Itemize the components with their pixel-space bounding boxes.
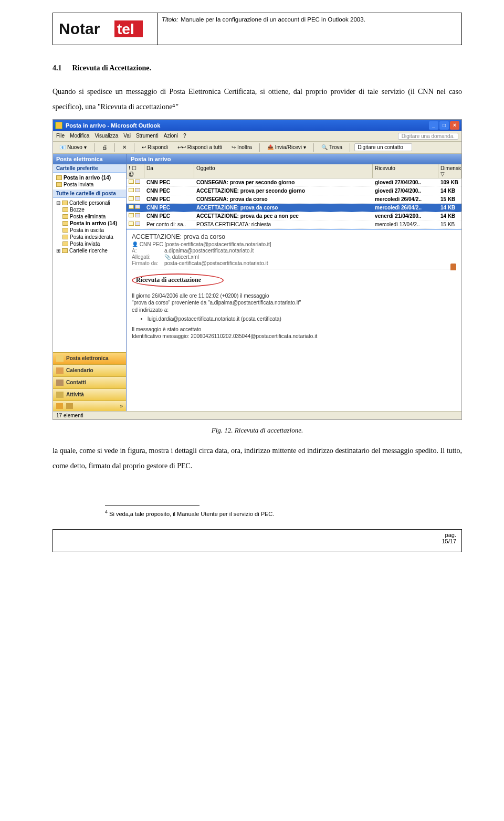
mail-icon (56, 355, 64, 362)
title-label: Titolo: (162, 16, 178, 23)
nav-btn-contacts[interactable]: Contatti (53, 376, 126, 388)
minimize-button[interactable]: _ (429, 121, 438, 130)
notartel-logo: Notar tel (58, 18, 152, 39)
section-number: 4.1 (52, 64, 62, 72)
rp-body1: Il giorno 26/04/2006 alle ore 11:02:02 (… (132, 292, 456, 300)
close-button[interactable]: × (450, 121, 459, 130)
nav-btn-tasks[interactable]: Attività (53, 388, 126, 401)
rp-signed: Firmato da:posta-certificata@postacertif… (132, 260, 456, 266)
menu-help[interactable]: ? (183, 133, 186, 140)
nav-expand-icon[interactable]: » (120, 403, 123, 409)
page-number: 15/17 (442, 538, 456, 544)
rp-attach: Allegati:📎 daticert.xml (132, 254, 456, 260)
rp-from: 👤 CNN PEC [posta-certificata@postacertif… (132, 241, 456, 247)
menu-go[interactable]: Vai (123, 133, 131, 140)
favorites-header: Cartelle preferite (53, 164, 126, 173)
folder-icon (62, 235, 68, 239)
figure-caption: Fig. 12. Ricevuta di accettazione. (52, 426, 462, 435)
toolbar: 📧 Nuovo ▾ 🖨 ✕ ↩ Rispondi ↩↩ Rispondi a t… (53, 142, 461, 154)
nav-iconrow: » (53, 401, 126, 411)
new-button[interactable]: 📧 Nuovo ▾ (56, 143, 90, 151)
col-from[interactable]: Da (144, 164, 194, 178)
rp-body2: "prova da corso" proveniente da "a.dipal… (132, 299, 456, 307)
reply-all-button[interactable]: ↩↩ Rispondi a tutti (174, 143, 225, 151)
folder-icon (62, 201, 68, 205)
nav-fav-sent[interactable]: Posta inviata (54, 181, 125, 188)
folder-header: Posta in arrivo (127, 154, 461, 164)
rp-to: A:a.dipalma@postacertificata.notariato.i… (132, 248, 456, 254)
nav-btn-mail[interactable]: Posta elettronica (53, 352, 126, 364)
nav-drafts[interactable]: Bozze (54, 206, 125, 213)
nav-search[interactable]: ⊞ Cartelle ricerche (54, 247, 125, 254)
sendrecv-button[interactable]: 📤 Invia/Ricevi ▾ (264, 143, 309, 151)
title-text: Manuale per la configurazione di un acco… (181, 16, 365, 23)
contacts-icon (56, 380, 64, 386)
window-titlebar: Posta in arrivo - Microsoft Outlook _ □ … (53, 120, 461, 131)
menu-tools[interactable]: Strumenti (136, 133, 159, 140)
grid-body: CNN PECCONSEGNA: prova per secondo giorn… (127, 178, 461, 229)
col-subject[interactable]: Oggetto (194, 164, 373, 178)
col-size[interactable]: Dimensione ▽ (438, 164, 461, 178)
help-search-input[interactable]: Digitare una domanda. (398, 133, 458, 140)
contact-input[interactable]: Digitare un contatto (354, 143, 412, 151)
folder-icon (62, 214, 68, 219)
nav-fav-inbox[interactable]: Posta in arrivo (14) (54, 174, 125, 181)
favorites-list: Posta in arrivo (14) Posta inviata (53, 173, 126, 190)
statusbar: 17 elementi (53, 411, 461, 419)
maximize-button[interactable]: □ (439, 121, 449, 130)
logo: Notar tel (52, 13, 158, 45)
forward-button[interactable]: ↪ Inoltra (228, 143, 255, 151)
menubar: File Modifica Visualizza Vai Strumenti A… (53, 131, 461, 142)
nav-junk[interactable]: Posta indesiderata (54, 234, 125, 240)
grid-row[interactable]: CNN PECACCETTAZIONE: prova da pec a non … (127, 212, 461, 220)
rp-subject: ACCETTAZIONE: prova da corso (132, 233, 456, 240)
nav-sent[interactable]: Posta inviata (54, 240, 125, 247)
rp-body3: ed indirizzato a: (132, 307, 456, 314)
find-button[interactable]: 🔍 Trova (318, 143, 345, 151)
grid-row[interactable]: CNN PECACCETTAZIONE: prova da corsomerco… (127, 204, 461, 212)
col-date[interactable]: Ricevuto (373, 164, 438, 178)
nav-personal[interactable]: ⊟ Cartelle personali (54, 199, 125, 206)
grid-row[interactable]: CNN PECCONSEGNA: prova per secondo giorn… (127, 178, 461, 187)
grid-header: ! ☐ @ Da Oggetto Ricevuto Dimensione ▽ (127, 164, 461, 178)
shortcuts-icon[interactable] (66, 403, 73, 409)
nav-buttons: Posta elettronica Calendario Contatti At… (53, 352, 126, 411)
menu-edit[interactable]: Modifica (70, 133, 89, 140)
signature-lock-icon (450, 264, 456, 270)
svg-text:Notar: Notar (59, 20, 100, 37)
page-label: pag. (442, 532, 456, 538)
footnote-marker: 4 (105, 509, 108, 514)
delete-icon[interactable]: ✕ (119, 143, 130, 151)
nav-btn-calendar[interactable]: Calendario (53, 364, 126, 376)
menu-actions[interactable]: Azioni (164, 133, 178, 140)
rp-body: Il giorno 26/04/2006 alle ore 11:02:02 (… (132, 292, 456, 340)
menu-view[interactable]: Visualizza (94, 133, 118, 140)
allfolders-header: Tutte le cartelle di posta (53, 190, 126, 198)
col-icons[interactable]: ! ☐ @ (127, 164, 144, 178)
grid-row[interactable]: Per conto di: sa..POSTA CERTIFICATA: ric… (127, 220, 461, 229)
notes-icon[interactable] (56, 403, 63, 409)
nav-deleted[interactable]: Posta eliminata (54, 213, 125, 220)
acceptance-box: Ricevuta di accettazione (132, 273, 224, 287)
footnote: 4 Si veda,a tale proposito, il Manuale U… (105, 509, 462, 517)
folder-icon (56, 175, 62, 180)
title-box: Titolo: Manuale per la configurazione di… (158, 13, 462, 45)
folder-icon (56, 182, 62, 187)
navigation-pane: Posta elettronica Cartelle preferite Pos… (53, 154, 127, 411)
reading-pane: ACCETTAZIONE: prova da corso 👤 CNN PEC [… (127, 229, 461, 411)
rp-body4: Il messaggio è stato accettato (132, 326, 456, 333)
menu-file[interactable]: File (56, 133, 65, 140)
calendar-icon (56, 367, 64, 374)
doc-header: Notar tel Titolo: Manuale per la configu… (52, 13, 462, 45)
reply-button[interactable]: ↩ Rispondi (139, 143, 171, 151)
print-icon[interactable]: 🖨 (99, 143, 110, 151)
folder-icon (62, 248, 68, 253)
grid-row[interactable]: CNN PECCONSEGNA: prova da corsomercoledì… (127, 195, 461, 204)
nav-outbox[interactable]: Posta in uscita (54, 227, 125, 234)
grid-row[interactable]: CNN PECACCETTAZIONE: prova per secondo g… (127, 187, 461, 195)
svg-text:tel: tel (117, 21, 134, 37)
paragraph-intro: Quando si spedisce un messaggio di Posta… (52, 84, 462, 115)
nav-inbox[interactable]: Posta in arrivo (14) (54, 220, 125, 227)
app-icon (55, 122, 62, 129)
section-heading: 4.1 Ricevuta di Accettazione. (52, 64, 462, 72)
